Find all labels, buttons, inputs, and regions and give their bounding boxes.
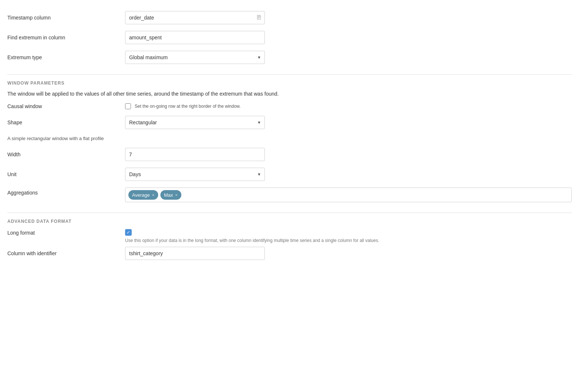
aggregation-tag-average-close[interactable]: ×	[152, 193, 154, 197]
window-parameters-divider	[7, 74, 572, 75]
advanced-data-format-divider	[7, 213, 572, 213]
causal-window-checkbox-wrap: Set the on-going row at the right border…	[125, 103, 241, 109]
long-format-control: ✓ Use this option if your data is in the…	[125, 229, 379, 243]
extremum-type-label: Extremum type	[7, 54, 125, 60]
main-form: Timestamp column 🖹 Find extremum in colu…	[7, 11, 572, 260]
width-control	[125, 148, 265, 161]
causal-window-checkbox-label: Set the on-going row at the right border…	[135, 104, 241, 109]
shape-select[interactable]: Rectangular Triangular Gaussian	[125, 116, 265, 129]
extremum-type-select[interactable]: Global maximum Global minimum Local maxi…	[125, 51, 265, 64]
width-label: Width	[7, 152, 125, 157]
column-identifier-control	[125, 247, 265, 260]
causal-window-label: Causal window	[7, 103, 125, 109]
unit-row: Unit Days Hours Minutes Seconds Rows ▼	[7, 168, 572, 181]
unit-select[interactable]: Days Hours Minutes Seconds Rows	[125, 168, 265, 181]
causal-window-checkbox[interactable]	[125, 103, 131, 109]
find-extremum-input[interactable]	[125, 31, 265, 44]
extremum-type-control: Global maximum Global minimum Local maxi…	[125, 51, 265, 64]
column-identifier-label: Column with identifier	[7, 250, 125, 256]
aggregations-row: Aggregations Average × Max ×	[7, 188, 572, 202]
long-format-row: Long format ✓ Use this option if your da…	[7, 229, 572, 243]
aggregation-tag-max-label: Max	[164, 192, 173, 198]
find-extremum-row: Find extremum in column	[7, 31, 572, 44]
find-extremum-control	[125, 31, 265, 44]
shape-description: A simple rectangular window with a flat …	[7, 136, 572, 141]
timestamp-column-input[interactable]	[125, 11, 265, 24]
timestamp-column-control: 🖹	[125, 11, 265, 24]
aggregations-control[interactable]: Average × Max ×	[125, 188, 572, 202]
advanced-data-format-title: ADVANCED DATA FORMAT	[7, 219, 572, 224]
timestamp-column-row: Timestamp column 🖹	[7, 11, 572, 24]
aggregation-tag-max-close[interactable]: ×	[175, 193, 177, 197]
width-row: Width	[7, 148, 572, 161]
width-input[interactable]	[125, 148, 265, 161]
window-parameters-title: WINDOW PARAMETERS	[7, 81, 572, 86]
find-extremum-label: Find extremum in column	[7, 35, 125, 40]
shape-label: Shape	[7, 120, 125, 125]
long-format-label: Long format	[7, 229, 125, 236]
column-identifier-row: Column with identifier	[7, 247, 572, 260]
timestamp-column-label: Timestamp column	[7, 15, 125, 21]
extremum-type-row: Extremum type Global maximum Global mini…	[7, 51, 572, 64]
aggregation-tag-average-label: Average	[132, 192, 150, 198]
aggregation-tag-average[interactable]: Average ×	[128, 190, 158, 200]
shape-control: Rectangular Triangular Gaussian ▼	[125, 116, 265, 129]
column-identifier-input[interactable]	[125, 247, 265, 260]
aggregation-tag-max[interactable]: Max ×	[160, 190, 181, 200]
extremum-type-select-wrap: Global maximum Global minimum Local maxi…	[125, 51, 265, 64]
aggregations-label: Aggregations	[7, 188, 125, 196]
unit-select-wrap: Days Hours Minutes Seconds Rows ▼	[125, 168, 265, 181]
long-format-hint: Use this option if your data is in the l…	[125, 238, 379, 243]
unit-label: Unit	[7, 171, 125, 177]
timestamp-input-wrap: 🖹	[125, 11, 265, 24]
shape-select-wrap: Rectangular Triangular Gaussian ▼	[125, 116, 265, 129]
causal-window-row: Causal window Set the on-going row at th…	[7, 103, 572, 109]
window-parameters-description: The window will be applied to the values…	[7, 91, 572, 97]
shape-row: Shape Rectangular Triangular Gaussian ▼	[7, 116, 572, 129]
unit-control: Days Hours Minutes Seconds Rows ▼	[125, 168, 265, 181]
checkmark-icon: ✓	[127, 230, 130, 235]
long-format-checkbox[interactable]: ✓	[125, 229, 132, 236]
